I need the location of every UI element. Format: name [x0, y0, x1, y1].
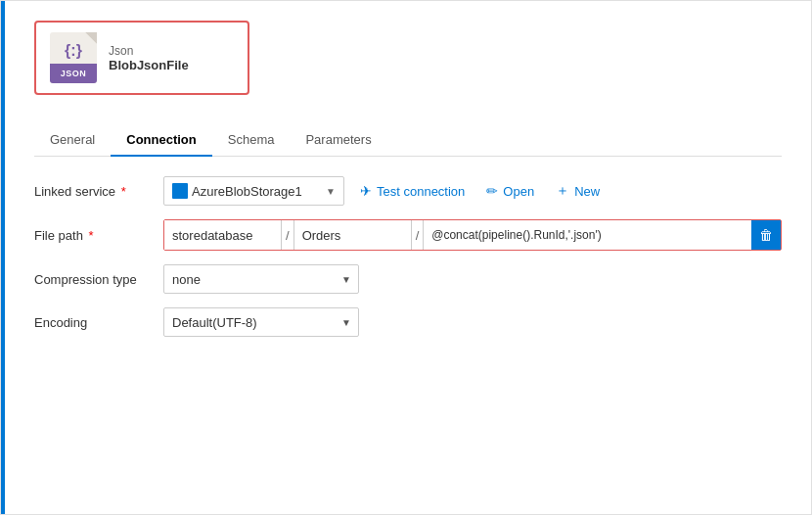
- tab-schema[interactable]: Schema: [212, 124, 291, 157]
- tab-parameters[interactable]: Parameters: [290, 124, 386, 157]
- content-area: {:} JSON Json BlobJsonFile General Conne…: [5, 1, 811, 514]
- file-path-label: File path *: [34, 228, 152, 243]
- file-path-segment1[interactable]: [164, 220, 282, 250]
- test-connection-icon: ✈: [360, 183, 372, 199]
- dataset-type: Json: [109, 44, 189, 58]
- file-path-border: / / 🗑: [163, 219, 782, 251]
- compression-type-select-wrapper: none gzip bzip2 deflate ▼: [163, 264, 359, 294]
- tab-connection[interactable]: Connection: [111, 124, 212, 157]
- tabs-bar: General Connection Schema Parameters: [34, 124, 782, 157]
- compression-type-select[interactable]: none gzip bzip2 deflate: [163, 264, 359, 294]
- dataset-card: {:} JSON Json BlobJsonFile: [34, 21, 249, 95]
- left-accent-bar: [1, 1, 5, 514]
- encoding-select-wrapper: Default(UTF-8) UTF-8 UTF-16 ASCII ▼: [163, 307, 359, 337]
- file-path-expression[interactable]: [424, 220, 751, 250]
- linked-service-label: Linked service *: [34, 184, 152, 199]
- storage-icon: [172, 183, 188, 199]
- open-button[interactable]: ✏ Open: [480, 179, 540, 203]
- encoding-row: Encoding Default(UTF-8) UTF-8 UTF-16 ASC…: [34, 307, 782, 337]
- json-file-icon: {:} JSON: [50, 32, 97, 83]
- linked-service-controls: AzureBlobStorage1 ▼ ✈ Test connection ✏ …: [163, 176, 782, 206]
- linked-service-value: AzureBlobStorage1: [192, 184, 302, 199]
- file-path-row: File path * / / 🗑: [34, 219, 782, 251]
- dropdown-arrow-icon: ▼: [326, 186, 336, 197]
- path-separator-1: /: [282, 220, 294, 250]
- dataset-info: Json BlobJsonFile: [109, 44, 189, 72]
- required-star: *: [117, 184, 126, 199]
- encoding-label: Encoding: [34, 315, 152, 330]
- open-icon: ✏: [486, 183, 498, 199]
- new-button[interactable]: ＋ New: [550, 178, 606, 204]
- compression-type-label: Compression type: [34, 272, 152, 287]
- main-container: {:} JSON Json BlobJsonFile General Conne…: [0, 0, 812, 515]
- file-path-segment2[interactable]: [294, 220, 412, 250]
- delete-icon: 🗑: [759, 227, 773, 243]
- linked-service-row: Linked service * AzureBlobStorage1 ▼ ✈ T…: [34, 176, 782, 206]
- dataset-name: BlobJsonFile: [109, 58, 189, 72]
- json-badge: JSON: [50, 64, 97, 83]
- compression-type-row: Compression type none gzip bzip2 deflate…: [34, 264, 782, 294]
- encoding-select[interactable]: Default(UTF-8) UTF-8 UTF-16 ASCII: [163, 307, 359, 337]
- linked-service-select[interactable]: AzureBlobStorage1 ▼: [163, 176, 344, 206]
- delete-file-path-button[interactable]: 🗑: [751, 220, 781, 250]
- new-icon: ＋: [556, 182, 569, 200]
- tab-general[interactable]: General: [34, 124, 111, 157]
- form-section: Linked service * AzureBlobStorage1 ▼ ✈ T…: [34, 176, 782, 337]
- curly-braces-icon: {:}: [65, 42, 82, 60]
- test-connection-button[interactable]: ✈ Test connection: [354, 179, 471, 203]
- path-separator-2: /: [412, 220, 425, 250]
- required-star-2: *: [85, 228, 94, 243]
